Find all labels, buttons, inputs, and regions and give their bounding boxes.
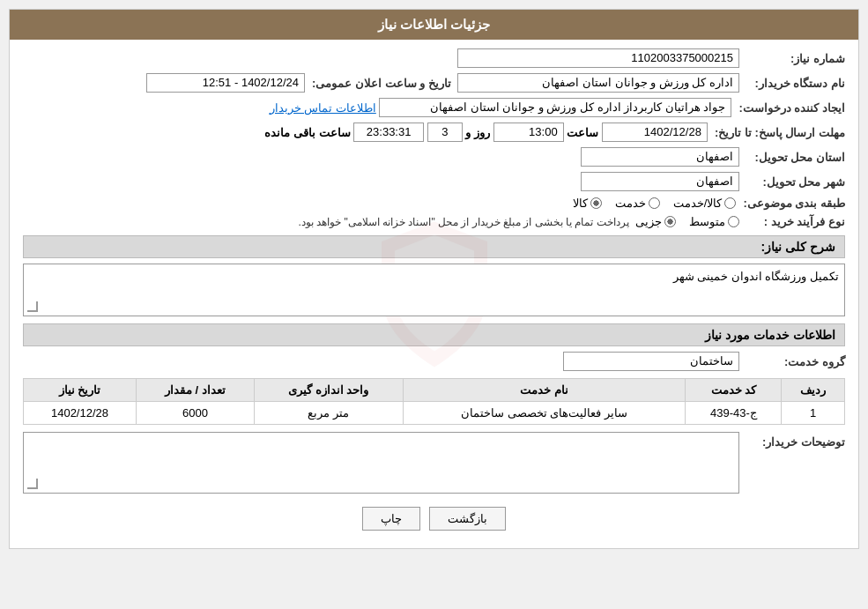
service-group-label: گروه خدمت:: [739, 355, 845, 368]
radio-jozi-label: جزیی: [635, 215, 662, 228]
buyer-desc-box: [23, 432, 739, 494]
province-row: استان محل تحویل: اصفهان: [23, 147, 845, 167]
col-radif: ردیف: [782, 379, 845, 402]
cell-radif: 1: [782, 402, 845, 425]
service-group-value: ساختمان: [563, 352, 739, 371]
radio-motavasset-label: متوسط: [689, 215, 725, 228]
purchase-radio-group: متوسط جزیی: [635, 215, 739, 228]
radio-kala-khedmat: کالا/خدمت: [673, 197, 737, 210]
radio-kala-label: کالا: [573, 197, 588, 210]
radio-kala: کالا: [573, 197, 602, 210]
creator-value: جواد هراتیان کاربرداز اداره کل ورزش و جو…: [379, 98, 731, 117]
radio-khedmat: خدمت: [615, 197, 660, 210]
org-name-label: نام دستگاه خریدار:: [739, 77, 845, 90]
deadline-time-label: ساعت: [567, 126, 598, 139]
cell-date: 1402/12/28: [24, 402, 137, 425]
deadline-day-label: روز و: [465, 126, 490, 139]
province-label: استان محل تحویل:: [739, 151, 845, 164]
deadline-time: 13:00: [493, 123, 564, 142]
org-name-value: اداره کل ورزش و جوانان استان اصفهان: [457, 73, 739, 93]
org-name-row: نام دستگاه خریدار: اداره کل ورزش و جوانا…: [23, 73, 845, 93]
province-value: اصفهان: [581, 147, 739, 167]
need-desc-box: تکمیل ورزشگاه اندوان خمینی شهر: [23, 264, 845, 316]
category-radio-group: کالا/خدمت خدمت کالا: [573, 197, 737, 210]
cell-unit: متر مربع: [254, 402, 403, 425]
city-row: شهر محل تحویل: اصفهان: [23, 172, 845, 191]
deadline-row: مهلت ارسال پاسخ: تا تاریخ: 1402/12/28 سا…: [23, 123, 845, 142]
need-number-value: 1102003375000215: [457, 48, 739, 68]
radio-kala-khedmat-label: کالا/خدمت: [673, 197, 723, 210]
cell-name: سایر فعالیت‌های تخصصی ساختمان: [403, 402, 686, 425]
deadline-remain: 23:33:31: [353, 123, 424, 142]
creator-label: ایجاد کننده درخواست:: [731, 101, 845, 115]
announce-date-value: 1402/12/24 - 12:51: [146, 73, 305, 93]
city-value: اصفهان: [581, 172, 739, 191]
col-name: نام خدمت: [403, 379, 686, 402]
table-row: 1ج-43-439سایر فعالیت‌های تخصصی ساختمانمت…: [24, 402, 845, 425]
announce-date-label: تاریخ و ساعت اعلان عمومی:: [305, 77, 451, 90]
action-buttons: بازگشت چاپ: [23, 507, 845, 531]
cell-code: ج-43-439: [686, 402, 782, 425]
deadline-days: 3: [427, 123, 463, 142]
radio-motavasset: متوسط: [689, 215, 739, 228]
need-desc-value: تکمیل ورزشگاه اندوان خمینی شهر: [673, 270, 839, 283]
deadline-label: مهلت ارسال پاسخ: تا تاریخ:: [708, 126, 845, 139]
creator-row: ایجاد کننده درخواست: جواد هراتیان کاربرد…: [23, 98, 845, 117]
services-table: ردیف کد خدمت نام خدمت واحد اندازه گیری ت…: [23, 378, 845, 425]
cell-count: 6000: [137, 402, 255, 425]
page-title: جزئیات اطلاعات نیاز: [10, 10, 858, 40]
need-number-label: شماره نیاز:: [739, 52, 845, 65]
category-row: طبقه بندی موضوعی: کالا/خدمت خدمت کالا: [23, 197, 845, 210]
category-label: طبقه بندی موضوعی:: [736, 197, 845, 210]
deadline-date: 1402/12/28: [602, 123, 708, 142]
buyer-desc-label: توضیحات خریدار:: [739, 435, 845, 449]
radio-jozi: جزیی: [635, 215, 676, 228]
back-button[interactable]: بازگشت: [429, 507, 506, 531]
purchase-type-label: نوع فرآیند خرید :: [739, 215, 845, 228]
radio-khedmat-label: خدمت: [615, 197, 646, 210]
deadline-remain-label: ساعت باقی مانده: [264, 126, 350, 139]
print-button[interactable]: چاپ: [362, 507, 420, 531]
col-code: کد خدمت: [686, 379, 782, 402]
col-count: تعداد / مقدار: [137, 379, 255, 402]
need-number-row: شماره نیاز: 1102003375000215: [23, 48, 845, 68]
city-label: شهر محل تحویل:: [739, 175, 845, 189]
col-unit: واحد اندازه گیری: [254, 379, 403, 402]
contact-link[interactable]: اطلاعات تماس خریدار: [270, 101, 376, 115]
buyer-desc-row: توضیحات خریدار:: [23, 432, 845, 494]
col-date: تاریخ نیاز: [24, 379, 137, 402]
